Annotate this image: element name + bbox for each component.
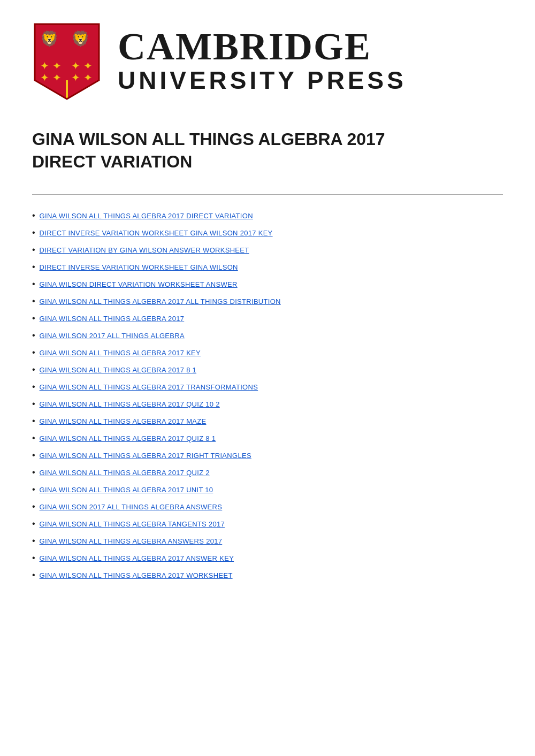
list-item: •GINA WILSON 2017 ALL THINGS ALGEBRA ANS…	[32, 502, 503, 511]
bullet-icon: •	[32, 211, 35, 220]
link-item-11[interactable]: GINA WILSON ALL THINGS ALGEBRA 2017 QUIZ…	[40, 400, 220, 408]
list-item: •GINA WILSON ALL THINGS ALGEBRA 2017 8 1	[32, 365, 503, 375]
svg-text:✦: ✦	[40, 60, 49, 72]
university-press-name: UNIVERSITY PRESS	[118, 66, 407, 95]
list-item: •GINA WILSON ALL THINGS ALGEBRA 2017 TRA…	[32, 382, 503, 392]
list-item: •GINA WILSON 2017 ALL THINGS ALGEBRA	[32, 331, 503, 340]
bullet-icon: •	[32, 399, 35, 409]
link-item-20[interactable]: GINA WILSON ALL THINGS ALGEBRA 2017 ANSW…	[40, 554, 234, 562]
link-item-4[interactable]: GINA WILSON DIRECT VARIATION WORKSHEET A…	[40, 280, 238, 288]
list-item: •GINA WILSON ALL THINGS ALGEBRA 2017 QUI…	[32, 468, 503, 477]
link-item-15[interactable]: GINA WILSON ALL THINGS ALGEBRA 2017 QUIZ…	[40, 469, 210, 477]
page-title-section: GINA WILSON ALL THINGS ALGEBRA 2017 DIRE…	[0, 118, 535, 189]
bullet-icon: •	[32, 468, 35, 477]
bullet-icon: •	[32, 279, 35, 289]
list-item: •GINA WILSON ALL THINGS ALGEBRA TANGENTS…	[32, 519, 503, 529]
link-item-16[interactable]: GINA WILSON ALL THINGS ALGEBRA 2017 UNIT…	[40, 486, 213, 494]
bullet-icon: •	[32, 485, 35, 494]
list-item: •GINA WILSON ALL THINGS ALGEBRA 2017	[32, 314, 503, 323]
svg-text:✦: ✦	[40, 72, 49, 83]
cambridge-title-block: CAMBRIDGE UNIVERSITY PRESS	[118, 27, 407, 95]
bullet-icon: •	[32, 502, 35, 511]
section-divider	[32, 194, 503, 195]
list-item: •GINA WILSON ALL THINGS ALGEBRA 2017 DIR…	[32, 211, 503, 220]
svg-text:✦: ✦	[71, 72, 80, 83]
bullet-icon: •	[32, 314, 35, 323]
link-item-2[interactable]: DIRECT VARIATION BY GINA WILSON ANSWER W…	[40, 246, 249, 254]
list-item: •DIRECT VARIATION BY GINA WILSON ANSWER …	[32, 245, 503, 255]
list-item: •GINA WILSON DIRECT VARIATION WORKSHEET …	[32, 279, 503, 289]
bullet-icon: •	[32, 348, 35, 357]
link-item-0[interactable]: GINA WILSON ALL THINGS ALGEBRA 2017 DIRE…	[40, 212, 253, 220]
svg-text:✦: ✦	[83, 60, 93, 72]
svg-text:✦: ✦	[52, 60, 62, 72]
list-item: •GINA WILSON ALL THINGS ALGEBRA 2017 ALL…	[32, 296, 503, 306]
list-item: •GINA WILSON ALL THINGS ALGEBRA 2017 RIG…	[32, 450, 503, 460]
link-item-8[interactable]: GINA WILSON ALL THINGS ALGEBRA 2017 KEY	[40, 349, 201, 357]
link-item-7[interactable]: GINA WILSON 2017 ALL THINGS ALGEBRA	[40, 332, 185, 340]
list-item: •GINA WILSON ALL THINGS ALGEBRA 2017 QUI…	[32, 433, 503, 443]
list-item: •GINA WILSON ALL THINGS ALGEBRA 2017 QUI…	[32, 399, 503, 409]
link-item-1[interactable]: DIRECT INVERSE VARIATION WORKSHEET GINA …	[40, 229, 273, 237]
bullet-icon: •	[32, 382, 35, 392]
links-section: •GINA WILSON ALL THINGS ALGEBRA 2017 DIR…	[0, 205, 535, 609]
list-item: •GINA WILSON ALL THINGS ALGEBRA 2017 UNI…	[32, 485, 503, 494]
link-item-9[interactable]: GINA WILSON ALL THINGS ALGEBRA 2017 8 1	[40, 366, 197, 374]
bullet-icon: •	[32, 262, 35, 272]
bullet-icon: •	[32, 570, 35, 580]
link-item-14[interactable]: GINA WILSON ALL THINGS ALGEBRA 2017 RIGH…	[40, 452, 251, 460]
bullet-icon: •	[32, 228, 35, 238]
svg-rect-6	[35, 48, 67, 80]
cambridge-logo: 🦁 🦁 ✦ ✦ ✦ ✦ ✦ ✦ ✦ ✦	[32, 21, 102, 102]
bullet-icon: •	[32, 519, 35, 529]
bullet-icon: •	[32, 450, 35, 460]
link-item-6[interactable]: GINA WILSON ALL THINGS ALGEBRA 2017	[40, 315, 185, 323]
link-item-10[interactable]: GINA WILSON ALL THINGS ALGEBRA 2017 TRAN…	[40, 383, 258, 391]
link-item-19[interactable]: GINA WILSON ALL THINGS ALGEBRA ANSWERS 2…	[40, 537, 223, 545]
cambridge-name: CAMBRIDGE	[118, 27, 407, 66]
list-item: •GINA WILSON ALL THINGS ALGEBRA ANSWERS …	[32, 536, 503, 546]
bullet-icon: •	[32, 416, 35, 426]
svg-text:🦁: 🦁	[40, 30, 59, 48]
link-item-17[interactable]: GINA WILSON 2017 ALL THINGS ALGEBRA ANSW…	[40, 503, 223, 511]
link-item-18[interactable]: GINA WILSON ALL THINGS ALGEBRA TANGENTS …	[40, 520, 225, 528]
list-item: •GINA WILSON ALL THINGS ALGEBRA 2017 WOR…	[32, 570, 503, 580]
svg-text:✦: ✦	[71, 60, 80, 72]
bullet-icon: •	[32, 296, 35, 306]
svg-text:✦: ✦	[83, 72, 93, 83]
bullet-icon: •	[32, 245, 35, 255]
list-item: •GINA WILSON ALL THINGS ALGEBRA 2017 MAZ…	[32, 416, 503, 426]
bullet-icon: •	[32, 433, 35, 443]
link-item-5[interactable]: GINA WILSON ALL THINGS ALGEBRA 2017 ALL …	[40, 297, 281, 306]
bullet-icon: •	[32, 553, 35, 563]
list-item: •GINA WILSON ALL THINGS ALGEBRA 2017 ANS…	[32, 553, 503, 563]
page-title: GINA WILSON ALL THINGS ALGEBRA 2017 DIRE…	[32, 128, 503, 173]
link-item-3[interactable]: DIRECT INVERSE VARIATION WORKSHEET GINA …	[40, 263, 238, 271]
list-item: •GINA WILSON ALL THINGS ALGEBRA 2017 KEY	[32, 348, 503, 357]
link-item-21[interactable]: GINA WILSON ALL THINGS ALGEBRA 2017 WORK…	[40, 571, 233, 579]
bullet-icon: •	[32, 331, 35, 340]
link-item-12[interactable]: GINA WILSON ALL THINGS ALGEBRA 2017 MAZE	[40, 417, 207, 425]
header-section: 🦁 🦁 ✦ ✦ ✦ ✦ ✦ ✦ ✦ ✦ CAMBRIDGE UNIVERSITY…	[0, 0, 535, 118]
svg-text:🦁: 🦁	[71, 30, 90, 48]
link-item-13[interactable]: GINA WILSON ALL THINGS ALGEBRA 2017 QUIZ…	[40, 434, 216, 442]
svg-text:✦: ✦	[52, 72, 62, 83]
bullet-icon: •	[32, 365, 35, 375]
list-item: •DIRECT INVERSE VARIATION WORKSHEET GINA…	[32, 262, 503, 272]
list-item: •DIRECT INVERSE VARIATION WORKSHEET GINA…	[32, 228, 503, 238]
bullet-icon: •	[32, 536, 35, 546]
